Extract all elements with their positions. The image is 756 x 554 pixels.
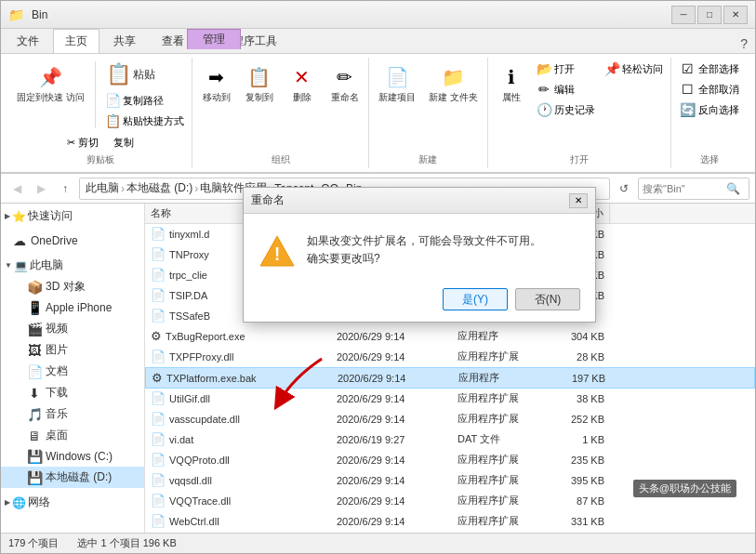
dialog-message-text: 如果改变文件扩展名，可能会导致文件不可用。 确实要更改吗? [307, 232, 541, 268]
dialog-no-button[interactable]: 否(N) [515, 288, 580, 310]
window: 📁 Bin ─ □ ✕ 管理 文件 主页 共享 查看 [0, 0, 756, 554]
dialog-title: 重命名 [251, 192, 285, 208]
dialog-message-row: ! 如果改变文件扩展名，可能会导致文件不可用。 确实要更改吗? [259, 232, 580, 270]
rename-dialog: 重命名 ✕ ! 如果改变文件扩展名，可能会导致文件不可用。 确实要更改吗? [243, 187, 596, 323]
dialog-overlay: 重命名 ✕ ! 如果改变文件扩展名，可能会导致文件不可用。 确实要更改吗? [1, 1, 755, 553]
dialog-body: ! 如果改变文件扩展名，可能会导致文件不可用。 确实要更改吗? 是(Y) 否(N… [244, 214, 595, 322]
dialog-buttons: 是(Y) 否(N) [259, 281, 580, 310]
dialog-message-line2: 确实要更改吗? [307, 250, 541, 268]
dialog-close-button[interactable]: ✕ [569, 193, 588, 208]
dialog-yes-button[interactable]: 是(Y) [443, 288, 508, 310]
svg-text:!: ! [274, 244, 281, 264]
dialog-warn-icon: ! [259, 232, 296, 270]
dialog-message-line1: 如果改变文件扩展名，可能会导致文件不可用。 [307, 232, 541, 250]
watermark: 头条@职场办公技能 [633, 480, 736, 497]
dialog-title-bar: 重命名 ✕ [244, 188, 595, 214]
